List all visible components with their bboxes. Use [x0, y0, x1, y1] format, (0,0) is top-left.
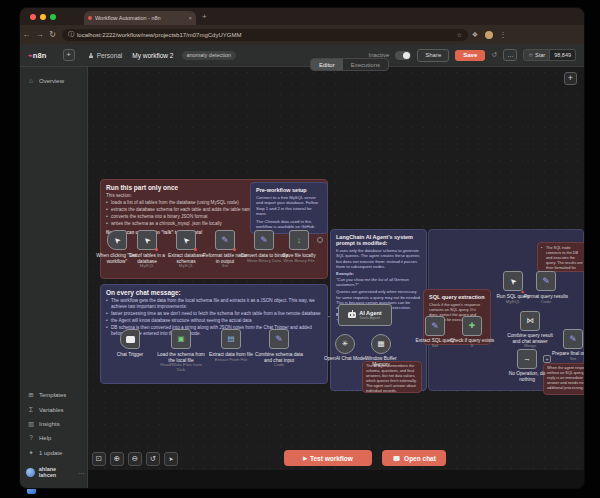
- breadcrumb-project[interactable]: Personal: [97, 52, 123, 59]
- memory-icon: ▦: [377, 340, 384, 348]
- extract-file-icon: ▤: [227, 335, 234, 343]
- node-label: Extract data from fileExtract From File: [207, 352, 255, 362]
- workflow-canvas[interactable]: + Run this part only once This section: …: [88, 67, 584, 470]
- connector-endpoint[interactable]: [317, 237, 323, 243]
- reset-zoom-button[interactable]: ↺: [146, 452, 160, 466]
- node-openai-chat-model[interactable]: ✳: [335, 334, 355, 354]
- browser-tab[interactable]: Workflow Automation - n8n ×: [84, 11, 196, 25]
- desktop: Workflow Automation - n8n × + ← → ↻ ⓘ lo…: [0, 0, 600, 498]
- connector-add-endpoint[interactable]: +: [543, 355, 551, 363]
- node-label: Combine query result and chat answerMerg…: [504, 333, 556, 349]
- tidy-up-button[interactable]: ➤: [164, 452, 178, 466]
- browser-tabstrip: Workflow Automation - n8n × +: [20, 8, 584, 25]
- url-text: localhost:2222/workflow/new/projectsb17/…: [77, 32, 241, 38]
- noop-icon: →: [523, 355, 531, 363]
- n8n-logo[interactable]: ⌁n8n: [28, 51, 47, 60]
- sidebar-item-variables[interactable]: Σ Variables: [27, 406, 85, 413]
- forward-icon[interactable]: →: [33, 30, 46, 39]
- sticky-title: Pre-workflow setup: [256, 187, 322, 193]
- github-star-icon: ☆: [528, 52, 533, 58]
- sidebar-item-help[interactable]: ? Help: [27, 434, 85, 441]
- node-window-buffer-memory[interactable]: ▦: [371, 334, 391, 354]
- node-combine-schema-chat[interactable]: ✎: [269, 329, 289, 349]
- chat-icon: [126, 336, 135, 343]
- browser-menu-kebab-icon[interactable]: ⋮: [496, 31, 510, 39]
- code-icon: ✎: [275, 335, 283, 344]
- browser-profile-avatar[interactable]: [485, 31, 493, 39]
- merge-icon: ⋈: [526, 317, 534, 325]
- node-label: Window Buffer Memory: [357, 356, 405, 367]
- minimize-window-button[interactable]: [40, 14, 46, 20]
- node-run-sql[interactable]: ➤▲: [503, 271, 523, 291]
- node-no-operation[interactable]: →: [517, 349, 537, 369]
- node-chat-trigger[interactable]: [120, 329, 140, 349]
- sidebar-item-updates[interactable]: ✦ 1 update: [27, 449, 85, 457]
- back-icon[interactable]: ←: [20, 30, 33, 39]
- add-workflow-button[interactable]: +: [63, 49, 75, 61]
- zoom-in-button[interactable]: ⊕: [110, 452, 124, 466]
- sidebar-item-templates[interactable]: ⊞ Templates: [27, 391, 85, 399]
- close-tab-icon[interactable]: ×: [188, 15, 192, 21]
- node-load-schema[interactable]: ▣: [171, 329, 191, 349]
- sticky-pre-setup[interactable]: Pre-workflow setup Connect to a free MyS…: [250, 182, 328, 234]
- tab-executions[interactable]: Executions: [343, 59, 388, 70]
- github-star-count: 98,849: [550, 49, 576, 61]
- node-label: Check if query existsIf: [448, 338, 496, 348]
- extensions-icon[interactable]: ❖: [468, 31, 482, 39]
- node-check-query[interactable]: ✚: [462, 316, 482, 336]
- set-icon: ✎: [221, 236, 229, 245]
- save-button[interactable]: Save: [455, 50, 485, 61]
- node-reformat-table-name[interactable]: ✎: [215, 230, 235, 250]
- node-prepare-output[interactable]: ✎: [563, 329, 583, 349]
- mysql-icon: ➤: [142, 235, 152, 245]
- workflow-title[interactable]: My workflow 2: [132, 52, 173, 59]
- node-list-tables[interactable]: ➤: [137, 230, 157, 250]
- node-extract-data[interactable]: ▤: [221, 329, 241, 349]
- node-extract-schemas[interactable]: ➤: [176, 230, 196, 250]
- add-node-button[interactable]: +: [564, 72, 577, 85]
- set-icon: ✎: [431, 322, 439, 331]
- address-bar[interactable]: ⓘ localhost:2222/workflow/new/projectsb1…: [62, 29, 468, 41]
- sidebar-item-insights[interactable]: ▥ Insights: [27, 420, 85, 428]
- set-icon: ✎: [569, 335, 577, 344]
- sticky-sql-run-note[interactable]: The SQL node connects to the DB and exec…: [537, 242, 584, 272]
- share-button[interactable]: Share: [417, 49, 449, 62]
- open-chat-button[interactable]: Open chat: [382, 450, 446, 466]
- sidebar-item-overview[interactable]: ⌂ Overview: [27, 77, 85, 84]
- sticky-title: LangChain AI Agent's system prompt is mo…: [336, 234, 421, 246]
- github-star-widget[interactable]: ☆Star 98,849: [523, 49, 576, 61]
- file-read-icon: ▣: [177, 335, 184, 343]
- person-icon: [89, 53, 94, 58]
- play-icon: ▶: [303, 455, 307, 461]
- maximize-window-button[interactable]: [50, 14, 56, 20]
- node-save-file[interactable]: ↓: [289, 230, 309, 250]
- node-ai-agent[interactable]: AI AgentTools Agent: [338, 304, 392, 326]
- user-menu[interactable]: ahlane lahcen ⋯: [26, 466, 84, 478]
- zoom-out-button[interactable]: ⊖: [128, 452, 142, 466]
- workflow-menu-button[interactable]: ⋯: [503, 49, 517, 61]
- close-window-button[interactable]: [30, 14, 36, 20]
- new-tab-button[interactable]: +: [202, 12, 207, 21]
- browser-window: Workflow Automation - n8n × + ← → ↻ ⓘ lo…: [20, 8, 584, 488]
- history-icon[interactable]: ↺: [491, 51, 497, 59]
- user-menu-kebab-icon[interactable]: ⋯: [78, 469, 84, 476]
- reload-icon[interactable]: ↻: [46, 30, 59, 39]
- toggle-knob: [403, 52, 410, 59]
- tab-editor[interactable]: Editor: [311, 59, 343, 70]
- node-extract-sql[interactable]: ✎: [425, 316, 445, 336]
- node-combine-result-answer[interactable]: ⋈: [520, 311, 540, 331]
- code-icon: ✎: [542, 277, 550, 286]
- bookmark-star-icon[interactable]: ☆: [457, 31, 462, 38]
- active-toggle[interactable]: [395, 51, 411, 60]
- node-manual-trigger[interactable]: ➤: [107, 230, 127, 250]
- site-info-icon[interactable]: ⓘ: [68, 30, 74, 39]
- fit-view-button[interactable]: ⊡: [92, 452, 106, 466]
- browser-toolbar: ← → ↻ ⓘ localhost:2222/workflow/new/proj…: [20, 25, 584, 44]
- node-convert-binary[interactable]: ✎: [254, 230, 274, 250]
- workflow-tag[interactable]: anomaly detection: [182, 51, 237, 60]
- insights-icon: ▥: [27, 420, 35, 428]
- help-icon: ?: [27, 434, 35, 441]
- mysql-icon: ➤: [508, 276, 518, 286]
- test-workflow-button[interactable]: ▶ Test workflow: [284, 450, 372, 466]
- node-format-results[interactable]: ✎: [536, 271, 556, 291]
